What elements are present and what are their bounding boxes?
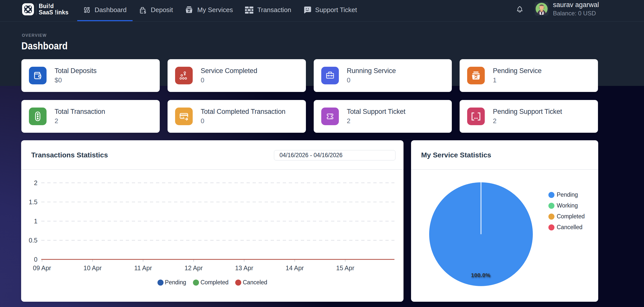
svg-text:12 Apr: 12 Apr [185, 264, 203, 271]
svg-text:0.5: 0.5 [29, 237, 37, 244]
svg-text:1.5: 1.5 [29, 198, 37, 206]
svg-text:0: 0 [34, 256, 37, 263]
svg-text:11 Apr: 11 Apr [134, 264, 152, 271]
svg-text:09 Apr: 09 Apr [33, 264, 51, 271]
svg-text:15 Apr: 15 Apr [336, 264, 354, 271]
svg-text:14 Apr: 14 Apr [286, 264, 304, 271]
svg-text:10 Apr: 10 Apr [84, 264, 102, 271]
svg-text:2: 2 [34, 179, 37, 186]
svg-text:1: 1 [34, 218, 37, 225]
svg-text:13 Apr: 13 Apr [235, 264, 253, 271]
